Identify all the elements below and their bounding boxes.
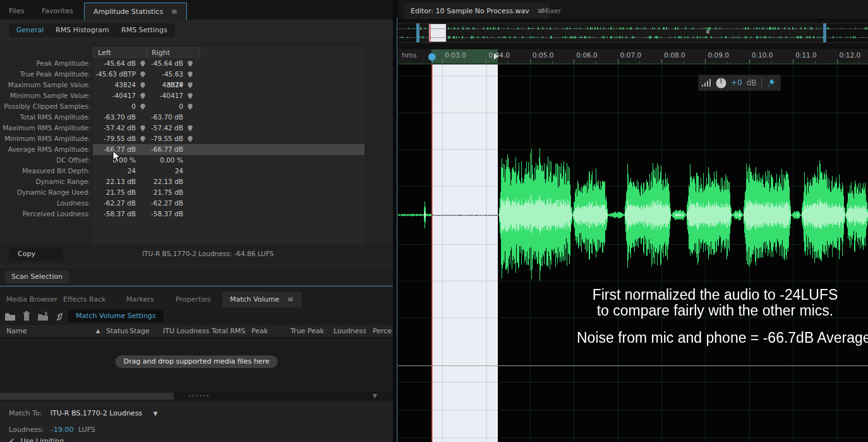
ruler-tick-label: 0:03.0	[445, 51, 466, 59]
stats-subtabs: General RMS Histogram RMS Settings	[0, 20, 393, 41]
stat-label: Maximum Sample Value:	[0, 80, 90, 90]
stats-row[interactable]: Loudness:-62.27 dB-62.27 dB	[0, 198, 393, 209]
marker-pin-icon[interactable]	[188, 93, 193, 99]
marker-pin-icon[interactable]	[140, 136, 145, 142]
marker-pin-icon[interactable]	[188, 136, 193, 142]
horizontal-scrollbar[interactable]: •••••• ▼	[0, 392, 393, 400]
stats-row[interactable]: Peak Amplitude:-45.64 dB-45.64 dB	[0, 58, 393, 69]
stats-row[interactable]: Measured Bit Depth:2424	[0, 166, 393, 176]
add-files-icon[interactable]	[4, 310, 16, 322]
copy-button[interactable]: Copy	[9, 247, 63, 261]
stats-row[interactable]: Average RMS Amplitude:-66.77 dB-66.77 dB	[0, 144, 393, 155]
stat-label: Maximum RMS Amplitude:	[0, 123, 90, 133]
dropdown-arrow-icon[interactable]: ▼	[154, 410, 158, 417]
remove-file-icon[interactable]	[20, 310, 33, 322]
file-list-header: Name ▲ Status Stage ITU Loudness Total R…	[0, 325, 393, 338]
dropzone-hint[interactable]: Drag and drop supported media files here	[116, 355, 278, 368]
marker-pin-icon[interactable]	[140, 93, 145, 99]
scan-selection-button[interactable]: Scan Selection	[5, 271, 69, 283]
scrollbar-thumb[interactable]	[0, 393, 174, 400]
col-perceived[interactable]: Perce	[373, 325, 392, 337]
remove-all-icon[interactable]	[37, 310, 49, 322]
tab-media-browser[interactable]: Media Browser	[6, 292, 57, 307]
col-itu-loudness[interactable]: ITU Loudness	[163, 325, 209, 337]
stats-row[interactable]: Total RMS Amplitude:-63.70 dB-63.70 dB	[0, 112, 393, 123]
use-limiting-row: ✓ Use Limiting	[9, 437, 64, 442]
playhead-handle-icon[interactable]	[427, 51, 437, 63]
subtab-rms-settings[interactable]: RMS Settings	[114, 23, 175, 37]
tab-files-label: Files	[9, 7, 24, 15]
tab-amplitude-statistics[interactable]: Amplitude Statistics ≡	[84, 3, 187, 20]
marker-pin-icon[interactable]	[188, 125, 193, 132]
stat-label: Minimum RMS Amplitude:	[0, 133, 90, 144]
marker-pin-icon[interactable]	[140, 61, 145, 67]
tab-editor-file[interactable]: Editor: 10 Sample No Process.wav ≡	[404, 3, 550, 19]
waveform-display[interactable]: +0 dB First normalized the audio to -24L…	[398, 64, 868, 442]
col-loudness[interactable]: Loudness	[334, 325, 366, 337]
tab-match-volume-label: Match Volume	[230, 295, 279, 304]
use-limiting-checkbox[interactable]: ✓	[9, 437, 15, 442]
tab-favorites[interactable]: Favorites	[33, 3, 82, 20]
stats-row[interactable]: True Peak Amplitude:-45.63 dBTP-45.63 dB…	[0, 69, 393, 80]
stats-row[interactable]: Minimum Sample Value:-40417-40417	[0, 90, 393, 101]
ruler-tick-label: 0:08.0	[664, 51, 685, 59]
stat-value: -45.64 dB	[147, 58, 183, 69]
gain-knob-icon[interactable]	[716, 78, 726, 89]
marker-pin-icon[interactable]	[140, 82, 145, 89]
marker-pin-icon[interactable]	[140, 125, 145, 132]
stats-row[interactable]: DC Offset:0.00 %0.00 %	[0, 155, 393, 166]
file-overview-strip[interactable]	[398, 23, 868, 43]
tab-effects-rack[interactable]: Effects Rack	[63, 292, 105, 307]
loudness-value-field[interactable]: -19.00	[51, 426, 73, 434]
editor-panel: Editor: 10 Sample No Process.wav ≡ Mixer…	[398, 0, 868, 442]
col-peak[interactable]: Peak	[251, 325, 268, 337]
stat-label: DC Offset:	[0, 155, 90, 166]
stat-value: 21.75 dB	[147, 187, 183, 198]
stats-row[interactable]: Maximum RMS Amplitude:-57.42 dB-57.42 dB	[0, 123, 393, 133]
gain-value[interactable]: +0	[731, 78, 742, 87]
ruler-unit-label: hms	[402, 51, 416, 59]
timeline-ruler[interactable]: hms 0:03.00:04.00:05.00:06.00:07.00:08.0…	[398, 49, 868, 63]
marker-pin-icon[interactable]	[188, 71, 193, 78]
tab-match-volume[interactable]: Match Volume ≡	[222, 292, 301, 307]
marker-pin-icon[interactable]	[140, 104, 145, 110]
stats-row[interactable]: Minimum RMS Amplitude:-79.55 dB-79.55 dB	[0, 133, 393, 144]
stat-value: -79.55 dB	[147, 133, 183, 144]
col-stage[interactable]: Stage	[130, 325, 150, 337]
stat-value: 0	[147, 101, 183, 112]
stat-value: 0	[95, 101, 136, 112]
panel-menu-icon[interactable]: ≡	[171, 7, 178, 16]
col-total-rms[interactable]: Total RMS	[212, 325, 245, 337]
subtab-general[interactable]: General	[9, 23, 51, 37]
match-volume-settings-button[interactable]: Match Volume Settings	[68, 309, 164, 322]
marker-pin-icon[interactable]	[188, 61, 193, 67]
tab-properties[interactable]: Properties	[176, 292, 211, 307]
sort-arrow-icon[interactable]: ▲	[96, 325, 100, 337]
stats-footer: Copy ITU-R BS.1770-2 Loudness: -64.86 LU…	[0, 244, 393, 264]
marker-pin-icon[interactable]	[188, 82, 193, 89]
tab-markers[interactable]: Markers	[126, 292, 154, 307]
col-name[interactable]: Name	[6, 325, 27, 337]
splitter-grip[interactable]: ••••••	[188, 395, 205, 397]
collapse-arrow-icon[interactable]: ▼	[373, 393, 377, 399]
pin-icon[interactable]	[766, 78, 775, 87]
marker-pin-icon[interactable]	[188, 104, 193, 110]
waveform-canvas[interactable]	[398, 64, 868, 442]
ruler-tick-label: 0:11.0	[795, 51, 817, 59]
col-true-peak[interactable]: True Peak	[291, 325, 324, 337]
col-status[interactable]: Status	[106, 325, 128, 337]
tab-files[interactable]: Files	[0, 3, 33, 20]
stats-row[interactable]: Maximum Sample Value:4382443824	[0, 80, 393, 90]
subtab-rms-histogram[interactable]: RMS Histogram	[48, 23, 117, 37]
run-match-icon[interactable]	[53, 310, 66, 322]
stats-row[interactable]: Dynamic Range Used:21.75 dB21.75 dB	[0, 187, 393, 198]
marker-pin-icon[interactable]	[140, 71, 145, 78]
stat-label: Minimum Sample Value:	[0, 90, 90, 101]
stats-row[interactable]: Perceived Loudness:-58.37 dB-58.37 dB	[0, 209, 393, 219]
stats-row[interactable]: Possibly Clipped Samples:00	[0, 101, 393, 112]
volume-hud[interactable]: +0 dB	[698, 75, 781, 91]
stats-row[interactable]: Dynamic Range:22.13 dB22.13 dB	[0, 176, 393, 187]
tab-mixer[interactable]: Mixer	[536, 3, 567, 19]
match-volume-menu-icon[interactable]: ≡	[287, 295, 293, 304]
match-to-dropdown[interactable]: ITU-R BS.1770-2 Loudness	[51, 409, 142, 417]
